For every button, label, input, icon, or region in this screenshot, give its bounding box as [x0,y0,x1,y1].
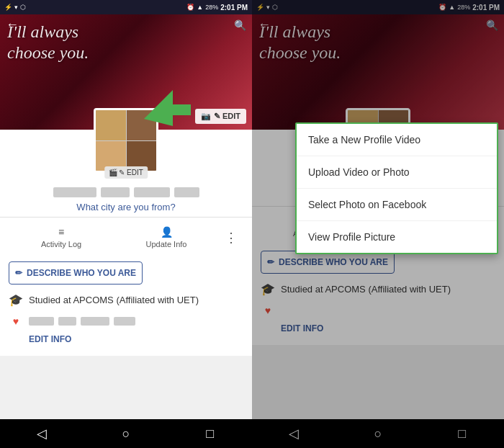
battery-pct-left: 28% [205,4,218,11]
activity-log-button-left[interactable]: ≡ Activity Log [9,223,114,251]
cover-line2-left: choose you. [7,42,209,63]
studied-text-left: Studied at APCOMS (Affiliated with UET) [29,295,199,305]
name-block-3 [134,187,170,197]
dropdown-item-0[interactable]: Take a New Profile Video [297,124,497,156]
svg-marker-0 [144,90,191,126]
pic-cell-1 [96,110,126,140]
name-blocks-left [9,187,243,197]
rel-block-1 [29,317,54,326]
wifi-icon: ▾ [14,4,18,11]
left-panel: ⚡ ▾ ⬡ ⏰ ▲ 28% 2:01 PM ← 🔍 I'll always ch… [0,0,252,448]
city-prompt-left[interactable]: What city are you from? [9,202,243,212]
dropdown-item-1[interactable]: Upload Video or Photo [297,156,497,189]
name-block-2 [101,187,130,197]
green-arrow [137,83,194,126]
profile-edit-button-left[interactable]: 🎬 ✎ EDIT [104,166,148,179]
bluetooth-icon: ⬡ [20,4,26,11]
action-row-left: ≡ Activity Log 👤 Update Info ⋮ [0,217,252,257]
nav-home-left[interactable]: ○ [104,419,148,448]
heart-icon-left: ♥ [9,315,23,327]
school-icon-left: 🎓 [9,293,23,307]
signal-icon: ▲ [197,4,203,11]
video-icon: 🎬 [109,169,117,176]
person-icon-left: 👤 [161,226,173,238]
activity-log-label-left: Activity Log [41,240,81,248]
status-icons-left: ⚡ ▾ ⬡ [4,4,26,11]
relationship-item-left: ♥ [0,311,252,331]
cover-text-left: I'll always choose you. [7,22,209,63]
more-button-left[interactable]: ⋮ [219,227,243,248]
list-icon-left: ≡ [58,226,64,238]
alarm-icon: ⏰ [186,4,194,11]
dropdown-item-2[interactable]: Select Photo on Facebook [297,189,497,221]
profile-pic-area-left: 🎬 ✎ EDIT [0,108,252,173]
time-left: 2:01 PM [220,4,248,12]
status-bar-left: ⚡ ▾ ⬡ ⏰ ▲ 28% 2:01 PM [0,0,252,14]
relationship-blocks-left [29,317,135,326]
nav-bar-left: ◁ ○ □ [0,419,252,448]
dropdown-item-3[interactable]: View Profile Picture [297,221,497,253]
nav-back-left[interactable]: ◁ [20,419,63,448]
name-area-left: What city are you from? [0,173,252,217]
profile-section-left: 🎬 ✎ EDIT What city are you from? ≡ Activ… [0,130,252,356]
status-icons-right: ⏰ ▲ 28% 2:01 PM [186,4,248,12]
update-info-label-left: Update Info [146,240,187,248]
rel-block-4 [114,317,135,326]
studied-item-left: 🎓 Studied at APCOMS (Affiliated with UET… [0,289,252,311]
pencil-icon-left: ✏ [15,268,22,278]
usb-icon: ⚡ [4,4,12,11]
profile-edit-label: ✎ EDIT [119,169,143,176]
describe-label-left: DESCRIBE WHO YOU ARE [27,268,136,278]
update-info-button-left[interactable]: 👤 Update Info [114,223,219,251]
edit-info-link-left[interactable]: EDIT INFO [0,331,252,350]
cover-line1-left: I'll always [7,22,209,42]
dropdown-menu: Take a New Profile Video Upload Video or… [295,122,498,254]
rel-block-2 [58,317,76,326]
nav-recent-left[interactable]: □ [189,419,232,448]
name-block-4 [174,187,199,197]
right-panel: ⚡ ▾ ⬡ ⏰ ▲ 28% 2:01 PM ← 🔍 I'll always ch… [252,0,504,448]
profile-search-icon-left[interactable]: 🔍 [234,19,246,31]
rel-block-3 [81,317,109,326]
describe-button-left[interactable]: ✏ DESCRIBE WHO YOU ARE [9,261,143,285]
name-block-1 [53,187,96,197]
